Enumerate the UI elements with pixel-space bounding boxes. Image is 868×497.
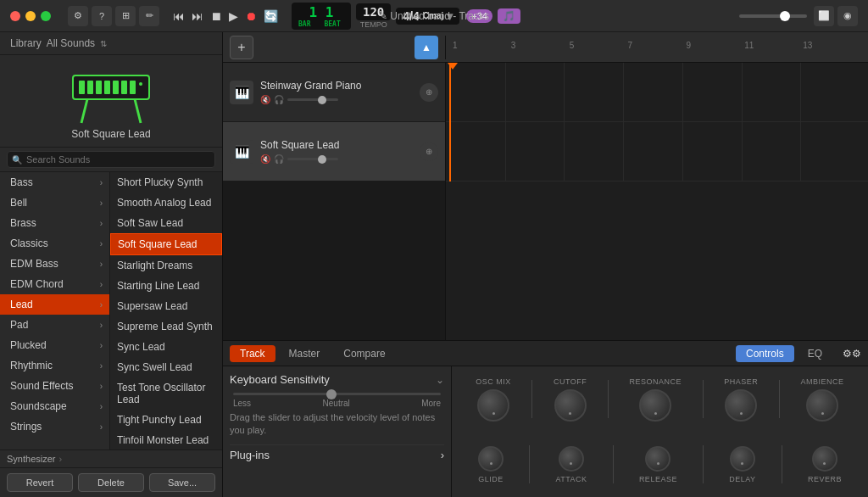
traffic-lights	[10, 11, 51, 21]
category-item-bell[interactable]: Bell›	[0, 193, 109, 213]
bottom-tab-eq[interactable]: EQ	[798, 345, 832, 362]
knob-reverb[interactable]	[812, 446, 837, 472]
sound-item[interactable]: Tinfoil Monster Lead	[110, 430, 222, 450]
info-button[interactable]: ?	[92, 6, 112, 26]
keyboard-sensitivity-header: Keyboard Sensitivity ⌄	[230, 373, 444, 386]
knob-group: GLIDE	[478, 446, 504, 483]
track-menu-button[interactable]: ⊕	[420, 142, 438, 161]
plugins-expand-icon[interactable]: ›	[441, 449, 444, 461]
all-sounds-label[interactable]: All Sounds	[47, 37, 95, 49]
settings-button[interactable]: ⚙	[68, 6, 88, 26]
position-display: 1 1 BAR BEAT	[292, 3, 351, 30]
sound-item[interactable]: Supersaw Lead	[110, 296, 222, 316]
track-menu-button[interactable]: ⊕	[420, 83, 438, 102]
category-item-pad[interactable]: Pad›	[0, 315, 109, 335]
ks-slider[interactable]: Less Neutral More	[230, 393, 444, 408]
sound-item[interactable]: Starlight Dreams	[110, 255, 222, 276]
category-item-soundscape[interactable]: Soundscape›	[0, 396, 109, 416]
sound-item[interactable]: Supreme Lead Synth	[110, 316, 222, 337]
category-item-sound-effects[interactable]: Sound Effects›	[0, 376, 109, 396]
controls-panel: Keyboard Sensitivity ⌄ Less Neutral More	[223, 366, 452, 497]
knob-label: PHASER	[724, 377, 758, 386]
tracks-list: 🎹 Steinway Grand Piano 🔇 🎧 ⊕ 🎹 Soft Squa…	[223, 63, 446, 340]
minimize-button[interactable]	[25, 11, 36, 21]
master-volume[interactable]	[739, 14, 807, 18]
knob-label: RESONANCE	[630, 377, 682, 386]
track-row[interactable]: 🎹 Soft Square Lead 🔇 🎧 ⊕	[223, 122, 445, 181]
save-button[interactable]: Save...	[149, 473, 215, 492]
sound-item[interactable]: Tight Punchy Lead	[110, 410, 222, 430]
bottom-tab-master[interactable]: Master	[279, 345, 331, 362]
knob-cutoff[interactable]	[554, 389, 587, 422]
rewind-button[interactable]: ⏮	[173, 9, 185, 23]
svg-rect-3	[96, 81, 102, 94]
bottom-tab-compare[interactable]: Compare	[333, 345, 395, 362]
knob-phaser[interactable]	[725, 389, 757, 422]
knob-attack[interactable]	[559, 446, 584, 472]
knob-osc mix[interactable]	[477, 389, 509, 422]
sound-item[interactable]: Soft Saw Lead	[110, 213, 222, 233]
cycle-button[interactable]: 🔄	[264, 9, 278, 23]
timeline-area[interactable]	[446, 63, 868, 340]
add-track-button[interactable]: +	[230, 36, 253, 59]
synthesizer-label[interactable]: Synthesizer	[7, 454, 55, 464]
sound-item[interactable]: Sync Lead	[110, 337, 222, 357]
settings-icon[interactable]: ⚙⚙	[843, 348, 861, 360]
headphone-icon[interactable]: 🎧	[274, 154, 284, 164]
track-info: Steinway Grand Piano 🔇 🎧	[260, 80, 413, 104]
knob-divider	[529, 445, 530, 483]
knob-resonance[interactable]	[639, 389, 671, 422]
search-input[interactable]	[7, 151, 215, 168]
category-item-bass[interactable]: Bass›	[0, 172, 109, 193]
fullscreen-button[interactable]	[41, 11, 51, 21]
metronome-button[interactable]: 🎵	[498, 8, 520, 24]
playhead	[449, 63, 451, 181]
mute-icon[interactable]: 🔇	[260, 154, 270, 164]
stop-button[interactable]: ⏹	[210, 9, 222, 23]
track-icon: 🎹	[230, 140, 253, 164]
sound-item[interactable]: Starting Line Lead	[110, 276, 222, 296]
knob-group: ATTACK	[555, 446, 587, 483]
category-item-strings[interactable]: Strings›	[0, 416, 109, 437]
track-name: Steinway Grand Piano	[260, 80, 413, 92]
category-item-brass[interactable]: Brass›	[0, 213, 109, 233]
sound-item[interactable]: Test Tone Oscillator Lead	[110, 377, 222, 410]
track-volume-slider[interactable]	[287, 98, 338, 101]
knob-glide[interactable]	[478, 446, 504, 472]
headphone-icon[interactable]: 🎧	[274, 95, 284, 104]
keyboard-sensitivity-expand[interactable]: ⌄	[436, 374, 444, 386]
play-button[interactable]: ▶	[229, 9, 238, 23]
record-button[interactable]: ⏺	[245, 9, 257, 23]
sound-item[interactable]: Short Plucky Synth	[110, 172, 222, 193]
sound-item[interactable]: Sync Swell Lead	[110, 357, 222, 377]
category-item-rhythmic[interactable]: Rhythmic›	[0, 355, 109, 376]
track-row[interactable]: 🎹 Steinway Grand Piano 🔇 🎧 ⊕	[223, 63, 445, 122]
knob-release[interactable]	[645, 446, 670, 472]
display-toggle-button[interactable]: ⬜	[814, 6, 834, 26]
category-item-edm-bass[interactable]: EDM Bass›	[0, 254, 109, 274]
display-button[interactable]: ⊞	[115, 6, 136, 26]
knob-divider	[531, 380, 532, 418]
delete-button[interactable]: Delete	[78, 473, 144, 492]
category-item-lead[interactable]: Lead›	[0, 294, 109, 315]
knob-ambience[interactable]	[806, 389, 838, 422]
title-bar: ⚙ ? ⊞ ✏ ⏮ ⏭ ⏹ ▶ ⏺ 🔄 ✎ Untitled.band - Tr…	[0, 0, 868, 32]
category-item-classics[interactable]: Classics›	[0, 233, 109, 254]
knob-group: OSC MIX	[476, 377, 511, 422]
revert-button[interactable]: Revert	[7, 473, 73, 492]
track-volume-slider[interactable]	[287, 158, 338, 160]
sort-icon[interactable]: ⇅	[100, 39, 107, 48]
knob-delay[interactable]	[730, 446, 755, 472]
bottom-tab-track[interactable]: Track	[230, 345, 275, 362]
close-button[interactable]	[10, 11, 20, 21]
mute-icon[interactable]: 🔇	[260, 95, 270, 104]
sound-item[interactable]: Smooth Analog Lead	[110, 193, 222, 213]
pencil-button[interactable]: ✏	[139, 6, 159, 26]
filter-button[interactable]: ▲	[415, 36, 438, 59]
sound-item[interactable]: Soft Square Lead	[110, 233, 222, 255]
bottom-tab-controls[interactable]: Controls	[736, 345, 794, 362]
forward-button[interactable]: ⏭	[192, 9, 203, 23]
category-item-edm-chord[interactable]: EDM Chord›	[0, 274, 109, 294]
category-item-plucked[interactable]: Plucked›	[0, 335, 109, 355]
browser-button[interactable]: ◉	[837, 6, 858, 26]
